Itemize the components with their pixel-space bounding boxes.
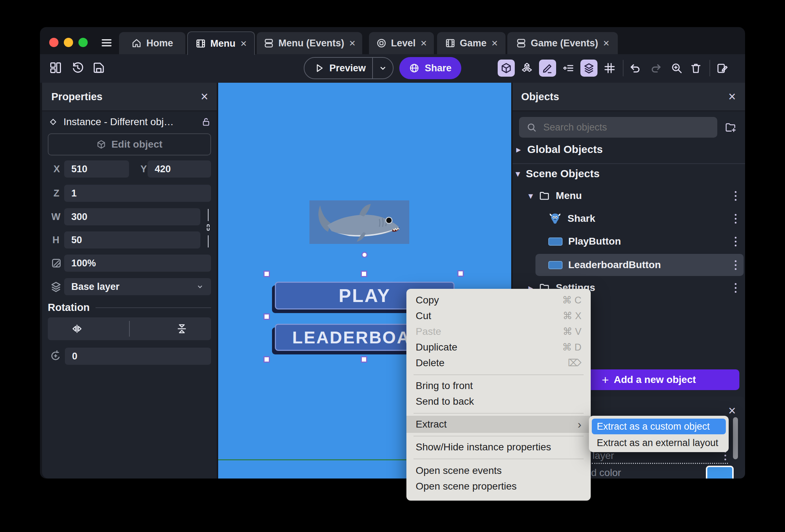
zoom-button[interactable] <box>668 60 685 77</box>
menu-item-duplicate[interactable]: Duplicate⌘ D <box>406 339 591 355</box>
objects-list-toggle-button[interactable] <box>518 60 535 77</box>
height-input[interactable]: 50 <box>64 231 200 249</box>
tab-close-icon[interactable]: × <box>421 37 427 49</box>
layer-select[interactable]: Base layer <box>64 278 211 295</box>
global-objects-section[interactable]: ▸ Global Objects <box>516 142 741 157</box>
more-options-icon[interactable] <box>735 260 737 270</box>
edit-scene-properties-button[interactable] <box>714 60 731 77</box>
tab-label: Home <box>146 38 173 49</box>
tree-row-menu-folder[interactable]: ▾ Menu <box>528 188 742 204</box>
undo-button[interactable] <box>627 60 644 77</box>
home-icon <box>131 38 142 48</box>
save-button[interactable] <box>90 59 107 76</box>
rotation-angle-icon <box>49 349 62 362</box>
submenu-item-extract-custom-object[interactable]: Extract as a custom object <box>592 419 726 434</box>
flip-horizontal-button[interactable] <box>71 322 83 335</box>
width-label: W <box>51 211 60 222</box>
opacity-icon <box>51 257 62 269</box>
menu-item-cut[interactable]: Cut⌘ X <box>406 308 591 324</box>
menu-item-send-to-back[interactable]: Send to back <box>406 394 591 409</box>
main-menu-button[interactable] <box>100 36 113 49</box>
detail-panel-close-icon[interactable]: × <box>728 404 736 417</box>
share-button[interactable]: Share <box>399 57 461 79</box>
toolbar-divider <box>623 60 624 76</box>
tree-row-leaderboardbutton[interactable]: LeaderboardButton <box>548 257 742 273</box>
add-object-folder-button[interactable] <box>724 121 737 133</box>
submenu-item-extract-external-layout[interactable]: Extract as an external layout <box>592 435 726 451</box>
tab-menu[interactable]: Menu × <box>187 31 255 55</box>
delete-button[interactable] <box>687 60 704 77</box>
tab-close-icon[interactable]: × <box>240 37 247 50</box>
open-project-manager-button[interactable] <box>47 59 64 76</box>
rotation-angle-input[interactable]: 0 <box>65 348 211 365</box>
macos-minimize-button[interactable] <box>64 38 73 47</box>
x-input[interactable]: 510 <box>64 160 129 178</box>
width-input[interactable]: 300 <box>64 208 200 225</box>
tree-row-playbutton[interactable]: PlayButton <box>548 233 742 250</box>
menu-item-copy[interactable]: Copy⌘ C <box>406 292 591 308</box>
extract-submenu: Extract as a custom object Extract as an… <box>589 416 729 452</box>
toggle-3d-view-button[interactable] <box>498 60 515 77</box>
preview-label: Preview <box>329 63 366 74</box>
selection-handle-top-center[interactable] <box>361 271 367 277</box>
instances-list-toggle-button[interactable] <box>560 60 577 77</box>
more-options-icon[interactable] <box>735 191 737 201</box>
redo-button[interactable] <box>647 60 665 77</box>
submenu-arrow-icon: › <box>578 418 581 431</box>
tab-close-icon[interactable]: × <box>492 37 498 49</box>
tab-home[interactable]: Home <box>119 32 185 54</box>
history-button[interactable] <box>69 59 86 76</box>
shark-sprite-instance[interactable] <box>309 200 409 244</box>
selection-handle-mid-left[interactable] <box>263 313 270 320</box>
unlock-icon[interactable] <box>201 117 211 127</box>
folder-icon <box>539 190 550 201</box>
tab-menu-events[interactable]: Menu (Events) × <box>257 32 362 54</box>
edit-object-button[interactable]: Edit object <box>48 133 211 155</box>
flip-toolbar <box>48 317 211 340</box>
macos-close-button[interactable] <box>49 38 58 47</box>
selection-handle-top-left[interactable] <box>263 271 270 277</box>
menu-item-open-scene-events[interactable]: Open scene events <box>406 463 591 479</box>
scene-objects-label: Scene Objects <box>526 168 600 180</box>
tree-row-shark[interactable]: Shark <box>548 210 742 227</box>
objects-close-icon[interactable]: × <box>728 90 736 103</box>
tab-close-icon[interactable]: × <box>349 37 356 49</box>
tab-close-icon[interactable]: × <box>603 37 610 49</box>
selection-handle-bottom-center[interactable] <box>361 356 367 363</box>
link-icon[interactable] <box>203 222 213 232</box>
chevron-down-icon <box>378 63 388 73</box>
menu-item-extract[interactable]: Extract› <box>406 416 591 433</box>
more-options-icon[interactable] <box>735 283 737 293</box>
more-options-icon[interactable] <box>724 451 726 460</box>
selection-rotate-handle[interactable] <box>361 252 368 258</box>
preview-button[interactable]: Preview <box>304 58 372 78</box>
tab-level[interactable]: Level × <box>369 32 434 54</box>
more-options-icon[interactable] <box>735 237 737 246</box>
more-options-icon[interactable] <box>735 214 737 224</box>
flip-vertical-button[interactable] <box>175 322 188 335</box>
background-color-swatch[interactable] <box>706 466 734 479</box>
menu-item-open-scene-properties[interactable]: Open scene properties <box>406 479 591 494</box>
tab-label: Game (Events) <box>531 38 598 49</box>
tab-game[interactable]: Game × <box>437 32 506 54</box>
z-input[interactable]: 1 <box>64 185 211 202</box>
selection-handle-bottom-left[interactable] <box>263 356 270 363</box>
layers-toggle-button[interactable] <box>580 60 597 77</box>
opacity-input[interactable]: 100% <box>64 255 211 272</box>
detail-panel-scrollbar[interactable] <box>733 417 738 459</box>
selection-handle-top-right[interactable] <box>457 270 464 277</box>
grid-toggle-button[interactable] <box>601 60 618 77</box>
preview-options-button[interactable] <box>373 58 393 78</box>
search-objects-box[interactable] <box>519 117 717 138</box>
menu-item-bring-to-front[interactable]: Bring to front <box>406 378 591 394</box>
properties-toggle-button[interactable] <box>539 60 556 77</box>
macos-zoom-button[interactable] <box>78 38 88 47</box>
menu-item-delete[interactable]: Delete⌦ <box>406 355 591 371</box>
tab-game-events[interactable]: Game (Events) × <box>507 32 618 54</box>
y-input[interactable]: 420 <box>148 160 211 178</box>
search-objects-input[interactable] <box>543 122 710 133</box>
menu-item-show-hide-instance-properties[interactable]: Show/Hide instance properties <box>406 439 591 455</box>
properties-close-icon[interactable]: × <box>201 90 208 103</box>
objects-title: Objects <box>521 91 559 103</box>
scene-objects-section[interactable]: ▾ Scene Objects <box>515 166 740 181</box>
